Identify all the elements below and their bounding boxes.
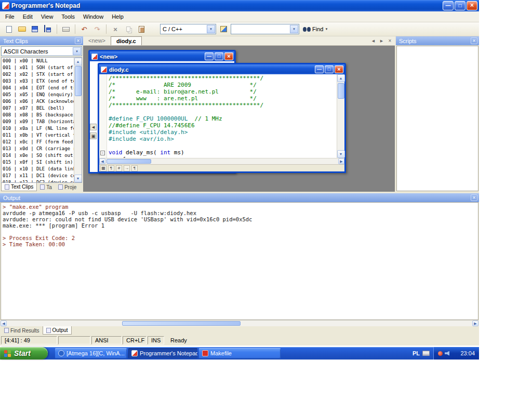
clip-item[interactable]: 001 | x01 | SOH (start of he...: [3, 64, 74, 71]
scrollbar-thumb[interactable]: [107, 159, 151, 164]
clip-item[interactable]: 018 | x12 | DC2 (device cont...: [3, 179, 74, 182]
panel-tab-text-clips[interactable]: Text Clips: [1, 183, 37, 191]
scrollbar-thumb[interactable]: [338, 83, 344, 99]
clip-item[interactable]: 000 | x00 | NULL: [3, 58, 74, 64]
clip-item[interactable]: 007 | x07 | BEL (bell): [3, 105, 74, 112]
cut-button[interactable]: ×: [110, 23, 121, 35]
scroll-right-icon[interactable]: ▶: [472, 321, 478, 326]
scrollbar-thumb[interactable]: [122, 321, 241, 326]
close-icon[interactable]: ×: [471, 194, 477, 201]
minimize-button[interactable]: —: [205, 52, 214, 60]
clip-item[interactable]: 015 | x0f | SI (shift in): [3, 159, 74, 166]
menu-help[interactable]: Help: [108, 12, 128, 21]
scrollbar-thumb[interactable]: [75, 66, 82, 96]
scroll-down-icon[interactable]: ▼: [337, 150, 345, 158]
clips-category-select[interactable]: ASCII Characters ▼: [1, 46, 82, 56]
editor-footer-icon[interactable]: ¶: [108, 165, 114, 171]
panel-tab-proje[interactable]: Proje: [55, 183, 79, 191]
undo-button[interactable]: ↶: [78, 23, 90, 35]
output-tab-output[interactable]: Output: [43, 326, 72, 335]
tab-close-icon[interactable]: ×: [387, 37, 393, 44]
clips-scrollbar[interactable]: ▲ ▼: [74, 58, 82, 182]
scripts-body[interactable]: [396, 46, 478, 191]
clip-item[interactable]: 014 | x0e | SO (shift out): [3, 152, 74, 159]
taskbar-task[interactable]: Programmer's Notepad: [128, 348, 197, 358]
save-all-button[interactable]: [42, 23, 54, 35]
clip-item[interactable]: 013 | x0d | CR (carriage retu...: [3, 145, 74, 152]
editor-footer-icon[interactable]: ▦: [100, 165, 107, 171]
search-combo[interactable]: ▼: [231, 24, 299, 34]
tab-scroll-right-icon[interactable]: ▶: [378, 37, 385, 44]
clip-item[interactable]: 005 | x05 | ENQ (enquiry): [3, 91, 74, 98]
clip-item[interactable]: 006 | x06 | ACK (acknowledge...: [3, 98, 74, 105]
chevron-down-icon[interactable]: ▼: [325, 28, 328, 31]
tray-status-icon[interactable]: [438, 351, 443, 356]
scroll-up-icon[interactable]: ▲: [74, 58, 82, 65]
output-tab-find-results[interactable]: Find Results: [1, 326, 43, 335]
close-button[interactable]: ×: [467, 1, 477, 10]
panel-tab-ta[interactable]: Ta: [37, 183, 55, 191]
clip-item[interactable]: 002 | x02 | STX (start of text): [3, 71, 74, 78]
paste-button[interactable]: [136, 23, 147, 35]
chevron-down-icon[interactable]: ▼: [290, 25, 298, 33]
clip-item[interactable]: 016 | x10 | DLE (data link esc...: [3, 166, 74, 172]
maximize-button[interactable]: □: [455, 1, 466, 10]
close-button[interactable]: ×: [224, 52, 233, 60]
diody-titlebar[interactable]: diody.c — □ ×: [99, 64, 344, 74]
menu-tools[interactable]: Tools: [57, 12, 79, 21]
editor-footer-icon[interactable]: →: [124, 165, 130, 171]
new-file-button[interactable]: [3, 23, 15, 35]
clip-item[interactable]: 008 | x08 | BS (backspace): [3, 112, 74, 118]
fold-marker-icon[interactable]: ▣: [90, 132, 97, 139]
menu-view[interactable]: View: [37, 12, 58, 21]
scroll-up-icon[interactable]: ▲: [337, 74, 345, 82]
close-icon[interactable]: ×: [75, 37, 82, 44]
clip-item[interactable]: 011 | x0b | VT (vertical tab): [3, 132, 74, 139]
find-button[interactable]: Find ▼: [303, 26, 328, 32]
scroll-left-icon[interactable]: ◀: [1, 321, 7, 326]
editor-vscrollbar[interactable]: ▲ ▼: [337, 74, 344, 158]
scroll-right-icon[interactable]: ▶: [338, 158, 344, 164]
editor-hscrollbar[interactable]: ◀ ▶: [99, 158, 344, 164]
redo-button[interactable]: ↷: [91, 23, 103, 35]
print-button[interactable]: [60, 23, 72, 35]
maximize-button[interactable]: □: [215, 52, 223, 60]
code-text[interactable]: /***************************************…: [107, 74, 337, 158]
chevron-down-icon[interactable]: ▼: [73, 47, 81, 55]
clip-item[interactable]: 012 | x0c | FF (form feed, N...: [3, 139, 74, 145]
editor-footer-icon[interactable]: #: [116, 165, 122, 171]
clip-item[interactable]: 004 | x04 | EOT (end of tran...: [3, 85, 74, 91]
collapse-left-icon[interactable]: ◀: [90, 124, 97, 130]
clip-item[interactable]: 009 | x09 | TAB (horizontal tab): [3, 118, 74, 125]
scroll-down-icon[interactable]: ▼: [74, 175, 82, 182]
output-text[interactable]: > "make.exe" programavrdude -p atmega16 …: [1, 202, 478, 320]
fold-collapse-icon[interactable]: −: [100, 151, 105, 155]
copy-button[interactable]: [123, 23, 134, 35]
start-button[interactable]: Start: [0, 347, 48, 360]
tab-scroll-left-icon[interactable]: ◀: [370, 37, 377, 44]
menu-edit[interactable]: Edit: [19, 12, 37, 21]
clip-item[interactable]: 017 | x11 | DC1 (device cont...: [3, 172, 74, 179]
language-indicator[interactable]: PL: [413, 350, 433, 356]
taskbar-task[interactable]: Makefile: [199, 348, 281, 358]
document-tab-diody.c[interactable]: diody.c: [111, 36, 142, 45]
chevron-down-icon[interactable]: ▼: [207, 25, 215, 33]
menu-window[interactable]: Window: [79, 12, 108, 21]
clip-item[interactable]: 010 | x0a | LF (NL line feed...: [3, 125, 74, 132]
clip-item[interactable]: 003 | x03 | ETX (end of text): [3, 78, 74, 85]
minimize-button[interactable]: —: [315, 65, 324, 73]
scroll-left-icon[interactable]: ◀: [99, 158, 105, 164]
menu-file[interactable]: File: [1, 12, 19, 21]
output-hscrollbar[interactable]: ◀ ▶: [1, 320, 478, 326]
editor-footer-icon[interactable]: ¶: [131, 165, 138, 171]
open-file-button[interactable]: [16, 23, 28, 35]
taskbar-task[interactable]: [Atmega 16][C, WinA...: [55, 348, 127, 358]
volume-icon[interactable]: [445, 351, 449, 356]
minimize-button[interactable]: —: [443, 1, 454, 10]
close-button[interactable]: ×: [335, 65, 343, 73]
close-icon[interactable]: ×: [471, 37, 477, 44]
scheme-select[interactable]: C / C++ ▼: [160, 24, 216, 34]
jump-to-button[interactable]: [218, 23, 229, 35]
maximize-button[interactable]: □: [325, 65, 334, 73]
save-button[interactable]: [29, 23, 41, 35]
